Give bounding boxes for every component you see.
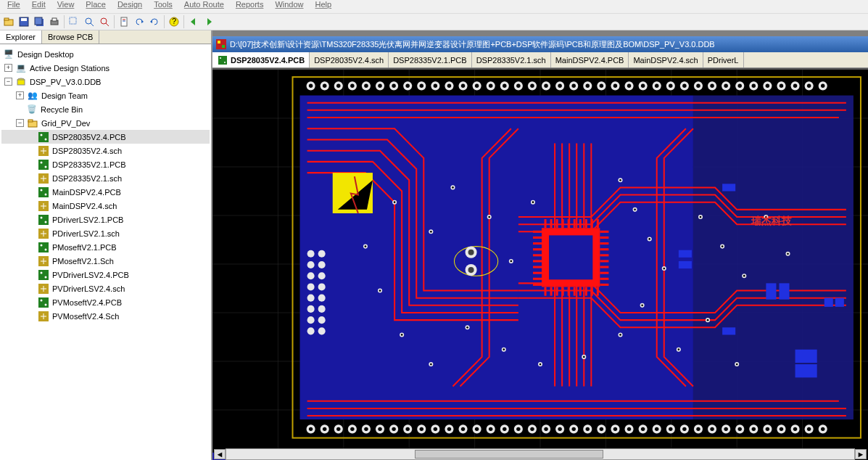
save-icon[interactable] — [17, 15, 31, 29]
tree-file[interactable]: MainDSPV2.4.PCB — [1, 185, 210, 199]
tree-file[interactable]: PVDriverLSV2.4.PCB — [1, 268, 210, 282]
svg-point-255 — [364, 427, 368, 431]
svg-point-46 — [45, 221, 47, 223]
doc-tab[interactable]: MainDSPV2.4.sch — [629, 52, 703, 67]
toolbar-separator — [164, 15, 165, 28]
pcb-icon — [38, 214, 49, 226]
menu-help[interactable]: Help — [311, 0, 336, 13]
doc-tab[interactable]: PDriverL — [703, 52, 744, 67]
undo-icon[interactable] — [132, 15, 146, 29]
tree-file[interactable]: DSP28335V2.1.sch — [1, 171, 210, 185]
collapse-icon[interactable]: − — [4, 78, 12, 86]
svg-point-329 — [488, 216, 490, 218]
menu-reports[interactable]: Reports — [231, 0, 268, 13]
doc-tab[interactable]: DSP28335V2.1.PCB — [389, 52, 472, 67]
redo-icon[interactable] — [147, 15, 162, 29]
tree-file[interactable]: PVMoseftV2.4.Sch — [1, 309, 210, 323]
scrollbar-thumb[interactable] — [415, 450, 603, 459]
menu-autoroute[interactable]: Auto Route — [180, 0, 228, 13]
svg-point-277 — [516, 427, 520, 431]
toolbar: ? — [0, 13, 868, 30]
help-icon[interactable]: ? — [167, 15, 181, 29]
svg-point-139 — [318, 250, 326, 258]
tree-file[interactable]: PVMoseftV2.4.PCB — [1, 295, 210, 309]
tree-stations[interactable]: + 💻 Active Design Stations — [1, 61, 210, 75]
svg-point-149 — [318, 305, 326, 313]
svg-rect-160 — [679, 250, 692, 258]
doc-tab[interactable]: DSP28035V2.4.sch — [310, 52, 389, 67]
tree-file[interactable]: PDriverLSV2.1.PCB — [1, 213, 210, 226]
toolbar-separator — [183, 15, 184, 28]
doc-tab[interactable]: DSP28335V2.1.sch — [472, 52, 551, 67]
tab-label: DSP28335V2.1.sch — [476, 56, 546, 65]
tree-recycle[interactable]: 🗑️ Recycle Bin — [1, 102, 210, 116]
document-tabs: DSP28035V2.4.PCB DSP28035V2.4.sch DSP283… — [212, 52, 868, 68]
pcb-icon — [38, 159, 49, 171]
open-folder-icon[interactable] — [1, 15, 16, 29]
svg-point-247 — [309, 427, 313, 431]
menu-place[interactable]: Place — [81, 0, 110, 13]
svg-point-152 — [307, 327, 315, 334]
tab-browse-pcb[interactable]: Browse PCB — [42, 30, 99, 44]
scroll-left-icon[interactable]: ◄ — [214, 449, 226, 459]
tree-file[interactable]: PDriverLSV2.1.sch — [1, 226, 210, 240]
menu-edit[interactable]: Edit — [28, 0, 50, 13]
svg-rect-26 — [38, 132, 49, 142]
mdi-gap — [212, 30, 868, 36]
expand-icon[interactable]: + — [4, 64, 12, 72]
tree-file[interactable]: DSP28035V2.4.sch — [1, 144, 210, 157]
menu-view[interactable]: View — [53, 0, 79, 13]
menu-window[interactable]: Window — [270, 0, 307, 13]
tree-ddb[interactable]: − DSP_PV_V3.0.DDB — [1, 75, 210, 89]
svg-point-146 — [307, 295, 315, 302]
zoom-fit-icon[interactable] — [82, 15, 96, 29]
svg-point-142 — [307, 272, 315, 279]
tree-file[interactable]: DSP28035V2.4.PCB — [1, 130, 210, 144]
svg-point-223 — [669, 84, 672, 88]
tree-folder[interactable]: − Grid_PV_Dev — [1, 116, 210, 130]
tab-explorer[interactable]: Explorer — [0, 30, 42, 44]
zoom-region-icon[interactable] — [67, 15, 81, 29]
zoom-selected-icon[interactable] — [97, 15, 112, 29]
tree-file[interactable]: PVDriverLSV2.4.sch — [1, 282, 210, 295]
browse-right-icon[interactable] — [202, 15, 216, 29]
tree-label: PDriverLSV2.1.sch — [52, 229, 120, 238]
svg-point-251 — [336, 427, 340, 431]
report-icon[interactable] — [117, 15, 131, 29]
pcb-canvas[interactable]: 瑞杰科技 ◄ ► — [212, 68, 868, 460]
print-icon[interactable] — [47, 15, 62, 29]
svg-rect-8 — [70, 17, 76, 24]
svg-point-201 — [516, 84, 520, 88]
tree-file[interactable]: DSP28335V2.1.PCB — [1, 157, 210, 171]
menu-design[interactable]: Design — [113, 0, 146, 13]
svg-point-219 — [641, 84, 645, 88]
tab-label: PDriverL — [708, 56, 739, 65]
doc-tab-active[interactable]: DSP28035V2.4.PCB — [212, 52, 310, 67]
browse-left-icon[interactable] — [186, 15, 201, 29]
tree-file[interactable]: PMoseftV2.1.PCB — [1, 240, 210, 254]
svg-point-261 — [405, 427, 409, 431]
svg-point-28 — [45, 138, 47, 140]
scroll-right-icon[interactable]: ► — [855, 449, 867, 459]
tree-root[interactable]: 🖥️ Design Desktop — [1, 47, 210, 61]
svg-rect-70 — [222, 45, 225, 48]
tree-label: Active Design Stations — [30, 64, 109, 73]
save-all-icon[interactable] — [32, 15, 46, 29]
collapse-icon[interactable]: − — [16, 119, 24, 127]
svg-point-257 — [378, 427, 381, 431]
svg-point-325 — [430, 231, 432, 233]
tree-file[interactable]: MainDSPV2.4.sch — [1, 199, 210, 213]
svg-point-341 — [663, 268, 665, 270]
doc-tab[interactable]: MainDSPV2.4.PCB — [551, 52, 629, 67]
tree-file[interactable]: PMoseftV2.1.Sch — [1, 254, 210, 268]
svg-point-34 — [45, 165, 47, 168]
tree-design-team[interactable]: + 👥 Design Team — [1, 89, 210, 102]
svg-point-289 — [600, 427, 603, 431]
menu-tools[interactable]: Tools — [149, 0, 177, 13]
expand-icon[interactable]: + — [16, 91, 24, 99]
design-tree[interactable]: 🖥️ Design Desktop + 💻 Active Design Stat… — [0, 44, 211, 460]
svg-point-285 — [571, 427, 575, 431]
menu-file[interactable]: File — [3, 0, 25, 13]
document-titlebar[interactable]: D:\[07]技术创新\设计资源\TMS320F28335光伏离网并网逆变器设计… — [212, 36, 868, 52]
horizontal-scrollbar[interactable]: ◄ ► — [226, 448, 855, 460]
